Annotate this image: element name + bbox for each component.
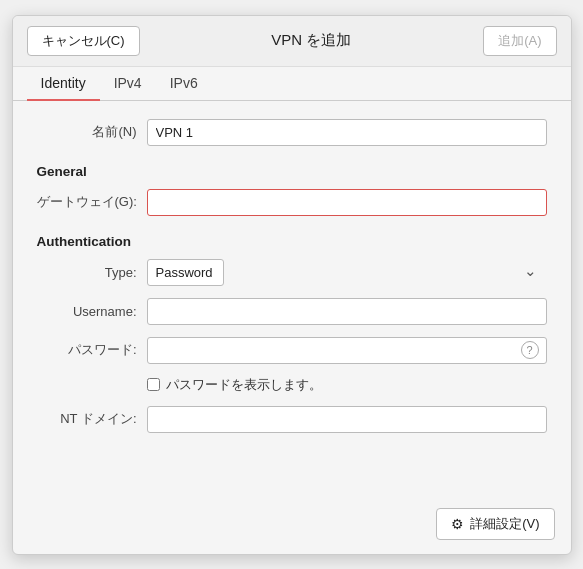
vpn-dialog: キャンセル(C) VPN を追加 追加(A) Identity IPv4 IPv… [12,15,572,555]
nt-domain-input[interactable] [147,406,547,433]
type-label: Type: [37,265,147,280]
nt-domain-label: NT ドメイン: [37,410,147,428]
password-row: パスワード: ? [37,337,547,364]
nt-domain-row: NT ドメイン: [37,406,547,433]
dialog-title: VPN を追加 [140,31,484,50]
auth-section-title: Authentication [37,234,547,249]
show-password-checkbox[interactable] [147,378,160,391]
dialog-header: キャンセル(C) VPN を追加 追加(A) [13,16,571,67]
tab-identity[interactable]: Identity [27,67,100,101]
password-label: パスワード: [37,341,147,359]
show-password-row: パスワードを表示します。 [147,376,547,394]
username-label: Username: [37,304,147,319]
password-hint-icon[interactable]: ? [521,341,539,359]
name-label: 名前(N) [37,123,147,141]
general-section-title: General [37,164,547,179]
tab-ipv4[interactable]: IPv4 [100,67,156,101]
name-input[interactable] [147,119,547,146]
type-row: Type: Password Certificate NTLMv2 [37,259,547,286]
gateway-label: ゲートウェイ(G): [37,193,147,211]
dialog-body: 名前(N) General ゲートウェイ(G): Authentication … [13,101,571,498]
dialog-footer: ⚙ 詳細設定(V) [13,498,571,554]
gateway-input[interactable] [147,189,547,216]
username-input[interactable] [147,298,547,325]
password-input-wrapper: ? [147,337,547,364]
type-select[interactable]: Password Certificate NTLMv2 [147,259,224,286]
tab-ipv6[interactable]: IPv6 [156,67,212,101]
gateway-row: ゲートウェイ(G): [37,189,547,216]
tab-bar: Identity IPv4 IPv6 [13,67,571,101]
username-row: Username: [37,298,547,325]
advanced-label: 詳細設定(V) [470,515,539,533]
cancel-button[interactable]: キャンセル(C) [27,26,140,56]
add-button[interactable]: 追加(A) [483,26,556,56]
gear-icon: ⚙ [451,516,464,532]
password-input[interactable] [147,337,547,364]
name-row: 名前(N) [37,119,547,146]
advanced-button[interactable]: ⚙ 詳細設定(V) [436,508,554,540]
type-select-wrapper: Password Certificate NTLMv2 [147,259,547,286]
show-password-label[interactable]: パスワードを表示します。 [166,376,322,394]
